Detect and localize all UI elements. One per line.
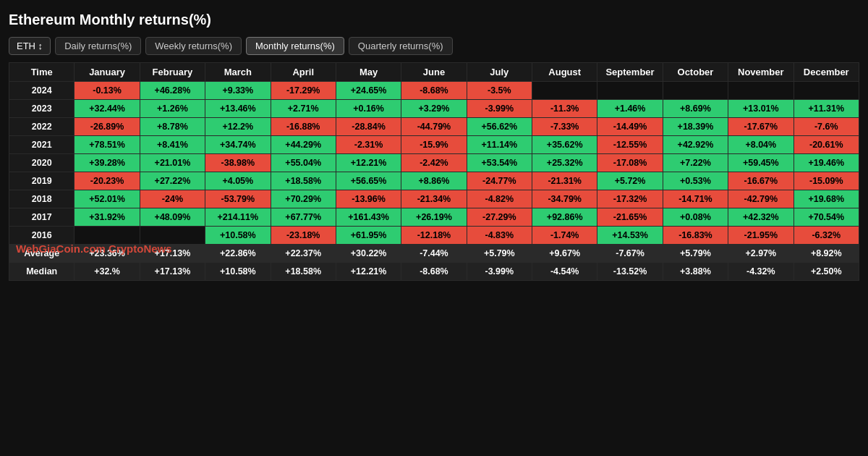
data-cell: +11.31% <box>793 100 859 118</box>
data-cell: +8.04% <box>728 136 793 154</box>
data-cell: +14.53% <box>597 227 663 245</box>
table-row: 2024-0.13%+46.28%+9.33%-17.29%+24.65%-8.… <box>9 82 859 100</box>
year-label: 2021 <box>9 136 75 154</box>
header-row: Time January February March April May Ju… <box>9 63 859 82</box>
data-cell: +55.04% <box>271 154 336 172</box>
median-cell: +17.13% <box>140 263 205 281</box>
data-cell: +27.22% <box>140 172 205 190</box>
tab-daily[interactable]: Daily returns(%) <box>55 37 141 55</box>
col-sep: September <box>597 63 663 82</box>
data-cell: +61.95% <box>336 227 401 245</box>
watermark: WebGiaCoin.com CryptoNews <box>16 242 172 255</box>
data-cell: -15.9% <box>401 136 467 154</box>
data-cell <box>663 82 728 100</box>
data-cell: +7.22% <box>663 154 728 172</box>
data-cell: -14.49% <box>597 118 663 136</box>
data-cell: -17.32% <box>597 190 663 208</box>
year-label: 2020 <box>9 154 75 172</box>
data-cell: +19.68% <box>793 190 859 208</box>
data-cell: +10.58% <box>205 227 271 245</box>
data-cell: -17.08% <box>597 154 663 172</box>
data-cell: -20.23% <box>75 172 140 190</box>
data-cell: +59.45% <box>728 154 793 172</box>
data-cell: -17.67% <box>728 118 793 136</box>
data-cell: -16.83% <box>663 227 728 245</box>
data-cell: +46.28% <box>140 82 205 100</box>
data-cell: +12.2% <box>205 118 271 136</box>
median-cell: +3.88% <box>663 263 728 281</box>
data-cell: +44.29% <box>271 136 336 154</box>
data-cell: +25.32% <box>532 154 597 172</box>
data-cell: +70.29% <box>271 190 336 208</box>
data-cell: +39.28% <box>75 154 140 172</box>
eth-selector[interactable]: ETH ↕ <box>9 37 51 55</box>
data-cell: -8.68% <box>401 82 467 100</box>
toolbar: ETH ↕ Daily returns(%) Weekly returns(%)… <box>9 37 859 55</box>
data-cell: +53.54% <box>467 154 532 172</box>
table-row: 2016+10.58%-23.18%+61.95%-12.18%-4.83%-1… <box>9 227 859 245</box>
data-cell: +1.46% <box>597 100 663 118</box>
data-cell: +2.71% <box>271 100 336 118</box>
average-cell: +5.79% <box>663 245 728 263</box>
data-cell: -23.18% <box>271 227 336 245</box>
tab-quarterly[interactable]: Quarterly returns(%) <box>349 37 453 55</box>
data-cell: +31.92% <box>75 208 140 227</box>
data-cell: +8.41% <box>140 136 205 154</box>
data-cell: +67.77% <box>271 208 336 227</box>
data-cell: -2.42% <box>401 154 467 172</box>
data-cell: -42.79% <box>728 190 793 208</box>
data-cell: +13.01% <box>728 100 793 118</box>
median-cell: -4.32% <box>728 263 793 281</box>
data-cell: -16.88% <box>271 118 336 136</box>
data-cell: -3.99% <box>467 100 532 118</box>
data-cell: +18.58% <box>271 172 336 190</box>
median-cell: -13.52% <box>597 263 663 281</box>
data-cell: -21.34% <box>401 190 467 208</box>
data-cell: +78.51% <box>75 136 140 154</box>
median-cell: -3.99% <box>467 263 532 281</box>
data-cell: -34.79% <box>532 190 597 208</box>
page-title: Ethereum Monthly returns(%) <box>9 12 859 28</box>
data-cell: -7.6% <box>793 118 859 136</box>
tab-weekly[interactable]: Weekly returns(%) <box>145 37 242 55</box>
col-jun: June <box>401 63 467 82</box>
tab-monthly[interactable]: Monthly returns(%) <box>246 37 344 55</box>
table-row: 2022-26.89%+8.78%+12.2%-16.88%-28.84%-44… <box>9 118 859 136</box>
data-cell: +42.92% <box>663 136 728 154</box>
data-cell: +4.05% <box>205 172 271 190</box>
data-cell: -11.3% <box>532 100 597 118</box>
data-cell: -7.33% <box>532 118 597 136</box>
table-row: 2023+32.44%+1.26%+13.46%+2.71%+0.16%+3.2… <box>9 100 859 118</box>
data-cell <box>728 82 793 100</box>
year-label: 2016 <box>9 227 75 245</box>
data-cell: +0.53% <box>663 172 728 190</box>
data-cell: +26.19% <box>401 208 467 227</box>
data-cell: -44.79% <box>401 118 467 136</box>
average-cell: -7.67% <box>597 245 663 263</box>
data-cell <box>140 227 205 245</box>
data-cell: +8.78% <box>140 118 205 136</box>
data-cell: +0.16% <box>336 100 401 118</box>
median-cell: -8.68% <box>401 263 467 281</box>
col-may: May <box>336 63 401 82</box>
col-nov: November <box>728 63 793 82</box>
data-cell: +18.39% <box>663 118 728 136</box>
col-oct: October <box>663 63 728 82</box>
data-cell: -38.98% <box>205 154 271 172</box>
median-cell: +2.50% <box>793 263 859 281</box>
data-cell: +3.29% <box>401 100 467 118</box>
data-cell: -20.61% <box>793 136 859 154</box>
median-row: Median+32.%+17.13%+10.58%+18.58%+12.21%-… <box>9 263 859 281</box>
data-cell: +70.54% <box>793 208 859 227</box>
data-cell: -27.29% <box>467 208 532 227</box>
average-cell: -7.44% <box>401 245 467 263</box>
year-label: 2023 <box>9 100 75 118</box>
data-cell: +13.46% <box>205 100 271 118</box>
data-cell: -21.95% <box>728 227 793 245</box>
table-row: 2021+78.51%+8.41%+34.74%+44.29%-2.31%-15… <box>9 136 859 154</box>
year-label: 2024 <box>9 82 75 100</box>
data-cell: -15.09% <box>793 172 859 190</box>
average-cell: +9.67% <box>532 245 597 263</box>
data-cell: +42.32% <box>728 208 793 227</box>
col-aug: August <box>532 63 597 82</box>
